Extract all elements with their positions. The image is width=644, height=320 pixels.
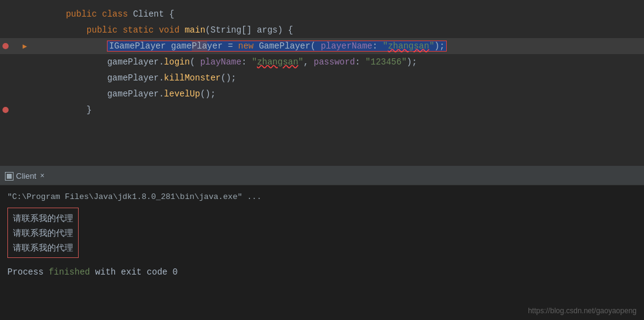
chinese-line-3: 请联系我的代理 (13, 240, 73, 255)
console-tab-label: Client (16, 171, 36, 181)
param-playername: playerName (316, 41, 372, 51)
itype: IGamePlayer (109, 41, 171, 51)
colon-1: : (372, 41, 383, 51)
cursor-pos: Pla (192, 41, 207, 51)
app-container: public class Client { public static void… (0, 0, 644, 320)
brace-close-inner: } (87, 105, 92, 115)
indent-3 (66, 41, 107, 51)
code-line-7: } (0, 102, 644, 118)
console-tab-bar: Client × (0, 167, 644, 185)
breakpoint-dot-2 (2, 107, 9, 113)
selected-statement: IGamePlayer gamePlayer = new GamePlayer(… (107, 41, 446, 52)
console-output: "C:\Program Files\Java\jdk1.8.0_281\bin\… (0, 185, 644, 320)
cmd-line: "C:\Program Files\Java\jdk1.8.0_281\bin\… (7, 190, 637, 204)
chinese-line-1: 请联系我的代理 (13, 211, 73, 225)
debug-arrow: ▶ (23, 42, 27, 51)
chinese-line-2: 请联系我的代理 (13, 225, 73, 240)
eq: = (228, 41, 238, 51)
process-text: Process (7, 267, 49, 277)
paren-close-1: ); (434, 41, 445, 51)
watermark: https://blog.csdn.net/gaoyaopeng (528, 306, 637, 315)
console-tab-icon (5, 172, 14, 181)
code-content-3: IGamePlayer gamePlayer = new GamePlayer(… (25, 22, 632, 70)
kw-new: new (238, 41, 259, 51)
chinese-output-block: 请联系我的代理 请联系我的代理 请联系我的代理 (7, 208, 79, 258)
str-zhangsan1: " (383, 41, 388, 51)
str-zhangsan1-val: zhangsan (388, 41, 429, 51)
process-line: Process finished with exit code 0 (7, 265, 637, 279)
code-line-3: ▶ IGamePlayer gamePlayer = new GamePlaye… (0, 38, 644, 54)
varname-gp: game (171, 41, 192, 51)
breakpoint-dot (2, 43, 9, 49)
str-zhangsan1-end: " (429, 41, 434, 51)
varname-gp2: yer (207, 41, 228, 51)
classname-gp: GamePlayer (259, 41, 310, 51)
exit-text: with exit code 0 (90, 267, 178, 277)
code-editor: public class Client { public static void… (0, 0, 644, 166)
paren-gp: ( (310, 41, 315, 51)
indent-7 (66, 105, 87, 115)
console-tab[interactable]: Client × (5, 171, 44, 181)
console-tab-close-button[interactable]: × (40, 172, 44, 181)
finished-text: finished (49, 267, 90, 277)
console-panel: Client × "C:\Program Files\Java\jdk1.8.0… (0, 167, 644, 320)
code-content-7: } (25, 86, 632, 134)
